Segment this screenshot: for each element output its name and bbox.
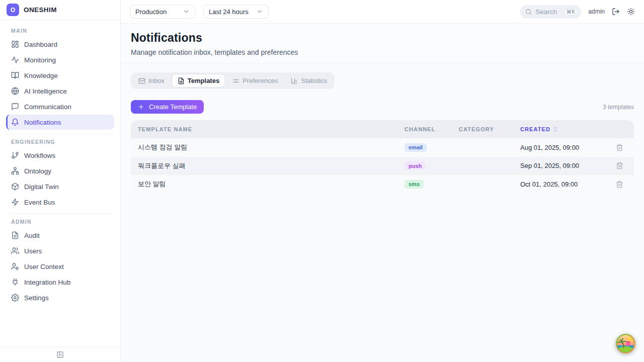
sidebar-divider bbox=[7, 134, 113, 134]
sidebar-item-label: Notifications bbox=[24, 119, 61, 126]
toolbar: Create Template 3 templates bbox=[131, 100, 634, 114]
sidebar-section-label: MAIN bbox=[11, 28, 109, 34]
column-header-channel[interactable]: CHANNEL bbox=[405, 126, 459, 132]
template-channel-cell: push bbox=[405, 161, 459, 170]
book-open-icon bbox=[11, 71, 19, 79]
sidebar-item-label: Dashboard bbox=[24, 41, 57, 48]
template-channel-cell: email bbox=[405, 143, 459, 152]
delete-template-button[interactable] bbox=[616, 162, 623, 169]
table-row[interactable]: 시스템 점검 알림emailAug 01, 2025, 09:00 bbox=[131, 138, 634, 157]
template-actions bbox=[605, 180, 634, 188]
sidebar-item-label: Settings bbox=[24, 294, 49, 302]
message-square-icon bbox=[11, 103, 19, 111]
collapse-sidebar-icon[interactable] bbox=[56, 351, 64, 358]
sidebar-item-notifications[interactable]: Notifications bbox=[6, 115, 114, 130]
template-channel-cell: sms bbox=[405, 180, 459, 189]
sidebar-section-label: ADMIN bbox=[11, 219, 109, 225]
template-actions bbox=[605, 162, 634, 169]
chevron-down-icon bbox=[256, 8, 263, 15]
settings-icon bbox=[11, 294, 19, 302]
sidebar-item-label: Workflows bbox=[24, 152, 55, 159]
sidebar-item-ontology[interactable]: Ontology bbox=[6, 163, 114, 178]
chevrons-up-down-icon bbox=[552, 126, 558, 132]
globe-icon bbox=[11, 87, 19, 95]
sidebar-item-communication[interactable]: Communication bbox=[6, 99, 114, 114]
sidebar-item-label: Digital Twin bbox=[24, 183, 59, 191]
column-header-label: TEMPLATE NAME bbox=[138, 126, 192, 132]
sidebar-item-users[interactable]: Users bbox=[6, 243, 114, 258]
island-widget-button[interactable] bbox=[615, 333, 636, 354]
logout-icon[interactable] bbox=[612, 8, 620, 16]
sidebar-item-user-context[interactable]: User Context bbox=[6, 259, 114, 274]
sidebar-item-audit[interactable]: Audit bbox=[6, 228, 114, 243]
template-created: Sep 01, 2025, 09:00 bbox=[520, 162, 605, 169]
bell-icon bbox=[11, 118, 19, 126]
content: InboxTemplatesPreferencesStatistics Crea… bbox=[121, 63, 644, 362]
mail-icon bbox=[138, 77, 145, 84]
tab-statistics[interactable]: Statistics bbox=[285, 74, 333, 87]
delete-template-button[interactable] bbox=[616, 144, 623, 151]
table-row[interactable]: 워크플로우 실패pushSep 01, 2025, 09:00 bbox=[131, 157, 634, 175]
sidebar-item-integration-hub[interactable]: Integration Hub bbox=[6, 275, 114, 290]
tab-label: Inbox bbox=[148, 77, 165, 84]
tab-preferences[interactable]: Preferences bbox=[226, 74, 284, 87]
theme-toggle-sun-icon[interactable] bbox=[627, 8, 635, 16]
sidebar-item-digital-twin[interactable]: Digital Twin bbox=[6, 179, 114, 194]
sidebar-item-label: Monitoring bbox=[24, 56, 56, 64]
activity-icon bbox=[11, 56, 19, 64]
tab-templates[interactable]: Templates bbox=[172, 74, 225, 87]
island-icon bbox=[615, 333, 636, 354]
page-subtitle: Manage notification inbox, templates and… bbox=[131, 48, 634, 56]
channel-badge: push bbox=[405, 161, 426, 170]
app-logo: O bbox=[7, 4, 19, 16]
sidebar-item-label: Event Bus bbox=[24, 199, 55, 206]
page-header: Notifications Manage notification inbox,… bbox=[121, 24, 644, 63]
template-count: 3 templates bbox=[603, 104, 634, 111]
environment-select[interactable]: Production bbox=[130, 5, 195, 19]
create-template-label: Create Template bbox=[149, 103, 197, 111]
trash-icon bbox=[616, 180, 623, 188]
column-header-created[interactable]: CREATED bbox=[520, 126, 605, 132]
sidebar-item-dashboard[interactable]: Dashboard bbox=[6, 37, 114, 52]
sidebar-header: O ONESHIM bbox=[0, 0, 120, 20]
sidebar-item-label: AI Intelligence bbox=[24, 87, 67, 95]
network-icon bbox=[11, 167, 19, 175]
tab-inbox[interactable]: Inbox bbox=[132, 74, 171, 87]
sidebar-item-label: Users bbox=[24, 247, 42, 255]
search-placeholder: Search bbox=[535, 8, 560, 16]
sidebar-divider bbox=[7, 214, 113, 214]
logo-letter: O bbox=[11, 7, 15, 14]
sidebar-item-event-bus[interactable]: Event Bus bbox=[6, 195, 114, 210]
plus-icon bbox=[138, 104, 144, 110]
sidebar-item-label: Integration Hub bbox=[24, 279, 70, 286]
tab-label: Preferences bbox=[243, 77, 278, 84]
sidebar-item-label: Communication bbox=[24, 103, 71, 111]
page-title: Notifications bbox=[131, 31, 634, 45]
zap-icon bbox=[11, 198, 19, 206]
create-template-button[interactable]: Create Template bbox=[131, 100, 204, 114]
sidebar-item-ai-intelligence[interactable]: AI Intelligence bbox=[6, 83, 114, 99]
app-name: ONESHIM bbox=[24, 6, 57, 14]
time-range-select[interactable]: Last 24 hours bbox=[203, 5, 269, 19]
main-area: Production Last 24 hours Search ⌘K admin… bbox=[121, 0, 644, 362]
dashboard-icon bbox=[11, 40, 19, 48]
template-name: 시스템 점검 알림 bbox=[131, 143, 405, 152]
search-input[interactable]: Search ⌘K bbox=[520, 5, 581, 19]
template-created: Oct 01, 2025, 09:00 bbox=[520, 180, 605, 188]
column-header-template-name[interactable]: TEMPLATE NAME bbox=[131, 126, 405, 132]
table-body: 시스템 점검 알림emailAug 01, 2025, 09:00워크플로우 실… bbox=[131, 138, 634, 194]
column-header-label: CHANNEL bbox=[405, 126, 435, 132]
table-row[interactable]: 보안 알림smsOct 01, 2025, 09:00 bbox=[131, 175, 634, 194]
user-cog-icon bbox=[11, 262, 19, 270]
sliders-icon bbox=[232, 77, 239, 84]
column-header-category[interactable]: CATEGORY bbox=[459, 126, 520, 132]
channel-badge: email bbox=[405, 143, 427, 152]
sidebar-item-workflows[interactable]: Workflows bbox=[6, 148, 114, 163]
channel-badge: sms bbox=[405, 180, 424, 189]
sidebar-item-settings[interactable]: Settings bbox=[6, 290, 114, 305]
sidebar-item-knowledge[interactable]: Knowledge bbox=[6, 68, 114, 83]
sidebar-item-monitoring[interactable]: Monitoring bbox=[6, 52, 114, 67]
environment-select-value: Production bbox=[135, 8, 167, 16]
time-range-select-value: Last 24 hours bbox=[209, 8, 249, 16]
delete-template-button[interactable] bbox=[616, 180, 623, 188]
